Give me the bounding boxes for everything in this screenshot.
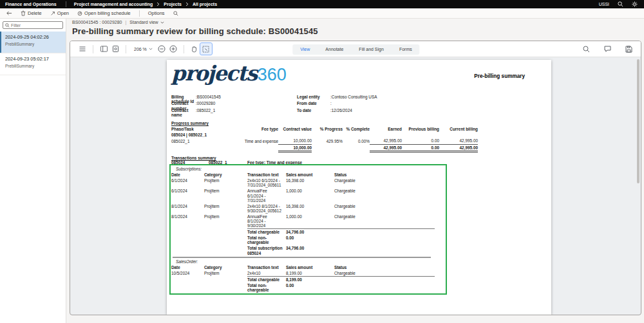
chevron-down-icon bbox=[149, 48, 153, 50]
open-billing-schedule-icon bbox=[77, 11, 82, 16]
cell: 42,995.00 bbox=[439, 144, 478, 151]
total-row: Total non-chargeable 0.00 bbox=[171, 282, 435, 293]
total-row: Total chargeable 8,199.00 bbox=[171, 277, 435, 283]
column-header: Contract value bbox=[278, 126, 312, 132]
column-header: Date bbox=[171, 264, 204, 270]
breadcrumb-item[interactable]: Projects bbox=[164, 2, 182, 6]
search-icon bbox=[5, 23, 10, 28]
breadcrumb: Project management and accounting Projec… bbox=[74, 2, 217, 6]
cell: 8/1/2024 bbox=[171, 214, 204, 229]
page-title: Pre-billing summary review for billing s… bbox=[72, 26, 318, 36]
marquee-select-icon[interactable] bbox=[200, 43, 212, 55]
menu-icon[interactable] bbox=[77, 43, 88, 55]
table-row: 8/1/2024 ProjItem AnnualFee 8/1/2024 - 9… bbox=[171, 214, 435, 229]
cell: 1,000.00 bbox=[286, 188, 334, 203]
delete-button[interactable]: Delete bbox=[21, 10, 42, 16]
view-selector[interactable]: Standard view bbox=[129, 20, 164, 24]
open-billing-schedule-button[interactable]: Open billing schedule bbox=[77, 10, 131, 16]
cell: ProjItem bbox=[204, 214, 247, 229]
pdf-toolbar: 206 % View Annotate Fill and Sign Forms bbox=[70, 41, 641, 57]
cell: Total non-chargeable bbox=[247, 235, 286, 245]
column-header: Current billing bbox=[439, 126, 478, 132]
column-header: Transaction text bbox=[247, 172, 286, 178]
record-line: BS00041545 : 00029280 | Standard view bbox=[72, 20, 318, 24]
cell: Chargeable bbox=[334, 203, 435, 214]
company-badge[interactable]: USSI bbox=[599, 2, 609, 6]
sidebar-toggle-icon[interactable] bbox=[98, 43, 109, 55]
search-icon[interactable] bbox=[173, 11, 178, 16]
cell: 0.00 bbox=[286, 235, 334, 245]
cell: 0.00 bbox=[286, 282, 334, 293]
zoom-in-icon[interactable] bbox=[167, 43, 179, 55]
cell: 42,995.00 bbox=[439, 138, 478, 144]
viewer-toolbar-right bbox=[580, 43, 634, 55]
progress-summary-heading: Progress summary bbox=[171, 121, 209, 125]
document-fields-right: Legal entity:Contoso Consulting USA From… bbox=[297, 95, 377, 115]
document-fields-left: Billing schedule Id:BS00041545 Contract … bbox=[171, 95, 221, 115]
viewer-tab-group: View Annotate Fill and Sign Forms bbox=[292, 44, 419, 55]
breadcrumb-item[interactable]: Project management and accounting bbox=[74, 2, 153, 6]
record-id: BS00041545 : 00029280 bbox=[72, 20, 122, 24]
filter-input[interactable] bbox=[11, 23, 61, 28]
cell: Total subscription 085024 bbox=[247, 245, 286, 255]
pdf-viewer: 206 % View Annotate Fill and Sign Forms … bbox=[70, 41, 641, 315]
options-tab[interactable]: Options bbox=[148, 10, 165, 16]
table-row: 085022_1 Time and expense 10,000.00 429.… bbox=[171, 138, 478, 144]
cell: AnnualFee 8/1/2024 - 9/30/2024 bbox=[247, 214, 286, 229]
cell: 2x4x10 6/1/2024 - 7/31/2024_005611 bbox=[247, 178, 286, 188]
subscriptions-table: Date Category Transaction text Sales amo… bbox=[171, 172, 435, 256]
cell: 10/5/2024 bbox=[171, 270, 204, 277]
zoom-out-icon[interactable] bbox=[156, 43, 167, 55]
cell: 6/1/2024 bbox=[171, 178, 204, 188]
phase-group-row: 085024 | 085022_1 bbox=[171, 132, 478, 138]
back-arrow-icon[interactable] bbox=[6, 10, 12, 16]
search-icon[interactable] bbox=[580, 43, 592, 55]
cell: Time and expense bbox=[241, 138, 278, 144]
tab-fill-and-sign[interactable]: Fill and Sign bbox=[359, 47, 384, 51]
cell: 16,398.00 bbox=[286, 203, 334, 214]
zoom-level-dropdown[interactable]: 206 % bbox=[134, 47, 153, 51]
actionbar-divider bbox=[139, 10, 140, 17]
column-header: Phase/Task bbox=[171, 126, 241, 132]
app-title[interactable]: Finance and Operations bbox=[5, 2, 57, 6]
breadcrumb-item[interactable]: All projects bbox=[193, 2, 217, 6]
column-header: Transaction text bbox=[247, 264, 286, 270]
table-header-row: Date Category Transaction text Sales amo… bbox=[171, 172, 435, 178]
total-row: Total subscription 085024 34,796.00 bbox=[171, 245, 435, 255]
topbar-divider bbox=[66, 1, 66, 7]
comment-icon[interactable] bbox=[601, 43, 613, 55]
search-icon[interactable] bbox=[618, 1, 623, 7]
open-button[interactable]: Open bbox=[50, 10, 69, 16]
list-item[interactable]: 2024-09-23 05:02:17 PrebillSummary bbox=[0, 53, 66, 75]
tab-annotate[interactable]: Annotate bbox=[325, 47, 343, 51]
cell: 2x4x10 8/1/2024 - 9/30/2024_005612 bbox=[247, 203, 286, 214]
column-header: Status bbox=[334, 172, 435, 178]
tab-view[interactable]: View bbox=[300, 47, 310, 51]
cell: AnnualFee 6/1/2024 - 7/31/2024 bbox=[247, 188, 286, 203]
cell: 8,199.00 bbox=[286, 277, 334, 283]
topbar-right: USSI bbox=[599, 1, 638, 7]
settings-gear-icon[interactable] bbox=[632, 1, 638, 7]
page-view-icon[interactable] bbox=[109, 43, 121, 55]
cell: Chargeable bbox=[334, 214, 435, 229]
cell: ProjItem bbox=[204, 188, 247, 203]
table-header-row: Date Category Transaction text Sales amo… bbox=[171, 264, 435, 270]
table-header-row: Phase/Task Fee type Contract value % Pro… bbox=[171, 126, 478, 132]
cell: 0.00% bbox=[343, 138, 370, 144]
viewer-scrollbar[interactable] bbox=[637, 59, 639, 183]
hand-tool-icon[interactable] bbox=[189, 43, 200, 55]
save-icon[interactable] bbox=[623, 43, 634, 55]
top-navigation-bar: Finance and Operations Project managemen… bbox=[0, 0, 644, 8]
annotation-highlight-box: Subscriptions: Date Category Transaction… bbox=[169, 164, 447, 295]
total-row: Total chargeable 34,796.00 bbox=[171, 229, 435, 235]
cell: 1,000.00 bbox=[286, 214, 334, 229]
pdf-page: projects 360 Pre-billing summary Billing… bbox=[167, 60, 551, 315]
cell: 42,995.00 bbox=[370, 138, 402, 144]
cell: 34,796.00 bbox=[286, 229, 334, 235]
cell: 10,000.00 bbox=[278, 144, 312, 151]
document-title: Pre-billing summary bbox=[474, 73, 525, 79]
column-header: Category bbox=[204, 172, 247, 178]
list-item[interactable]: 2024-09-25 04:02:26 PrebillSummary bbox=[0, 32, 66, 53]
tab-forms[interactable]: Forms bbox=[399, 47, 412, 51]
cell: 8,199.00 bbox=[286, 293, 334, 295]
